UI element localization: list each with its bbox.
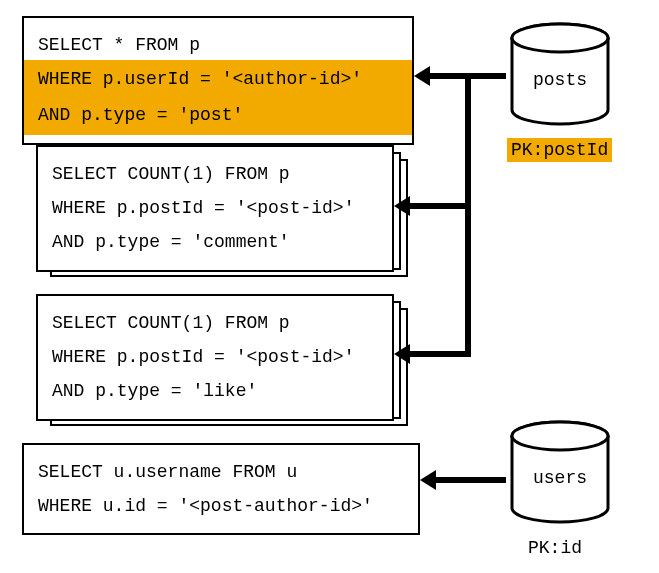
sql-line: SELECT u.username FROM u [38, 455, 404, 489]
partition-key-label: PK:postId [507, 140, 612, 160]
sql-line: SELECT COUNT(1) FROM p [52, 306, 378, 340]
svg-point-1 [512, 24, 608, 52]
arrow-head-icon [414, 66, 430, 86]
query-box-posts: SELECT * FROM p WHERE p.userId = '<autho… [22, 16, 414, 145]
sql-line-highlighted: AND p.type = 'post' [24, 96, 412, 134]
partition-key-label: PK:id [528, 538, 582, 558]
sql-line: SELECT COUNT(1) FROM p [52, 157, 378, 191]
query-box-comments: SELECT COUNT(1) FROM p WHERE p.postId = … [36, 145, 394, 272]
query-box-users: SELECT u.username FROM u WHERE u.id = '<… [22, 443, 420, 535]
sql-line: AND p.type = 'like' [52, 374, 378, 408]
sql-line-highlighted: WHERE p.userId = '<author-id>' [24, 60, 412, 98]
sql-line: WHERE u.id = '<post-author-id>' [38, 489, 404, 523]
partition-key-text: PK:id [528, 538, 582, 558]
database-icon-users: users [505, 418, 615, 528]
sql-line: WHERE p.postId = '<post-id>' [52, 191, 378, 225]
query-box-likes: SELECT COUNT(1) FROM p WHERE p.postId = … [36, 294, 394, 421]
arrow-connector [408, 351, 471, 357]
sql-line: SELECT * FROM p [38, 28, 398, 62]
database-label: users [505, 468, 615, 488]
sql-line: WHERE p.postId = '<post-id>' [52, 340, 378, 374]
arrow-connector [408, 203, 468, 209]
svg-point-3 [512, 422, 608, 450]
database-icon-posts: posts [505, 20, 615, 130]
arrow-connector [465, 73, 471, 357]
arrow-head-icon [420, 470, 436, 490]
arrow-head-icon [394, 344, 410, 364]
partition-key-highlighted: PK:postId [507, 138, 612, 162]
sql-line: AND p.type = 'comment' [52, 225, 378, 259]
arrow-connector [434, 477, 506, 483]
database-label: posts [505, 70, 615, 90]
arrow-head-icon [394, 196, 410, 216]
